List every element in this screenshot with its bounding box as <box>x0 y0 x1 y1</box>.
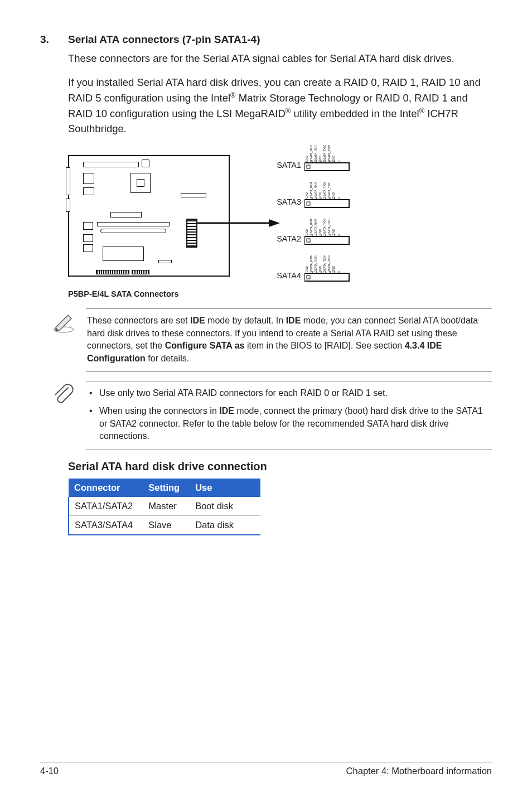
table-row: SATA3/SATA4 Slave Data disk <box>69 515 260 535</box>
svg-text:RSATA_TXP2: RSATA_TXP2 <box>327 182 331 199</box>
svg-text:RSATA_RXP4: RSATA_RXP4 <box>314 255 317 272</box>
th-connector: Connector <box>69 479 143 497</box>
cell: SATA3/SATA4 <box>69 515 143 535</box>
chapter-label: Chapter 4: Motherboard information <box>346 766 492 776</box>
clip-bullet-1: Use only two Serial ATA RAID connectors … <box>87 387 491 399</box>
note-pencil: These connectors are set IDE mode by def… <box>51 308 492 372</box>
cell: Data disk <box>190 515 260 535</box>
svg-text:RSATA_TXN3: RSATA_TXN3 <box>323 219 326 235</box>
sata-connection-table: Connector Setting Use SATA1/SATA2 Master… <box>68 479 260 535</box>
svg-rect-41 <box>304 236 349 244</box>
t: mode by default. In <box>205 316 286 325</box>
sata-connector-icon: GND RSATA_RXN4 RSATA_RXP4 GND RSATA_TXN4… <box>304 255 369 282</box>
svg-text:RSATA_RXP2: RSATA_RXP2 <box>314 182 317 199</box>
t: for details. <box>146 354 189 363</box>
svg-rect-57 <box>304 273 349 281</box>
paperclip-icon <box>51 382 76 407</box>
svg-text:RSATA_RXN1: RSATA_RXN1 <box>309 145 313 162</box>
motherboard-diagram: SATA1 GND RSATA_RXN1 RSATA_RXP1 GND RSAT… <box>68 145 375 298</box>
cell: Master <box>143 497 190 516</box>
th-use: Use <box>190 479 260 497</box>
reg-mark: ® <box>419 107 425 115</box>
svg-text:RSATA_RXN2: RSATA_RXN2 <box>309 182 313 199</box>
clip-bullet-2: When using the connectors in IDE mode, c… <box>87 405 491 442</box>
table-row: SATA1/SATA2 Master Boot disk <box>69 497 260 516</box>
th-setting: Setting <box>143 479 190 497</box>
paragraph-1: These connectors are for the Serial ATA … <box>68 51 492 66</box>
page-footer: 4-10 Chapter 4: Motherboard information <box>40 762 492 776</box>
svg-text:RSATA_RXP1: RSATA_RXP1 <box>314 145 317 162</box>
cell: Boot disk <box>190 497 260 516</box>
note-pencil-text: These connectors are set IDE mode by def… <box>86 308 492 372</box>
svg-rect-58 <box>307 276 310 279</box>
table-title: Serial ATA hard disk drive connection <box>68 460 492 473</box>
sata-connector-icon: GND RSATA_RXN2 RSATA_RXP2 GND RSATA_TXN2… <box>304 182 369 209</box>
svg-rect-10 <box>307 165 310 168</box>
svg-text:RSATA_TXN1: RSATA_TXN1 <box>323 145 326 162</box>
svg-text:RSATA_TXN4: RSATA_TXN4 <box>323 255 326 272</box>
t: IDE <box>286 316 301 325</box>
svg-rect-42 <box>307 239 310 242</box>
svg-rect-26 <box>307 202 310 205</box>
svg-rect-9 <box>304 163 349 171</box>
paragraph-2: If you installed Serial ATA hard disk dr… <box>68 75 492 137</box>
sata-connector-icon: GND RSATA_RXN3 RSATA_RXP3 GND RSATA_TXN3… <box>304 219 369 245</box>
sata2-label: SATA2 <box>274 234 301 243</box>
cell: SATA1/SATA2 <box>69 497 143 516</box>
sata4-label: SATA4 <box>274 271 301 280</box>
svg-text:RSATA_RXN3: RSATA_RXN3 <box>309 219 313 235</box>
reg-mark: ® <box>286 107 291 115</box>
t: IDE <box>190 316 205 325</box>
t: IDE <box>219 406 234 416</box>
note-clip-text: Use only two Serial ATA RAID connectors … <box>86 381 492 450</box>
pencil-icon <box>51 310 76 334</box>
t: item in the BIOS to [RAID]. See section <box>244 341 404 350</box>
svg-text:RSATA_TXP4: RSATA_TXP4 <box>327 255 331 272</box>
note-clip: Use only two Serial ATA RAID connectors … <box>51 381 492 450</box>
sata-connector-stack: SATA1 GND RSATA_RXN1 RSATA_RXP1 GND RSAT… <box>274 145 369 292</box>
svg-text:RSATA_RXN4: RSATA_RXN4 <box>309 255 313 272</box>
t: Configure SATA as <box>165 341 245 350</box>
svg-text:RSATA_TXP3: RSATA_TXP3 <box>327 219 331 235</box>
arrow-icon <box>197 218 281 240</box>
sata1-label: SATA1 <box>274 161 301 170</box>
svg-text:GND: GND <box>305 229 308 236</box>
svg-marker-67 <box>56 315 71 331</box>
section-title: Serial ATA connectors (7-pin SATA1-4) <box>68 33 260 46</box>
svg-text:RSATA_TXN2: RSATA_TXN2 <box>323 182 326 199</box>
svg-text:GND: GND <box>305 266 308 273</box>
svg-rect-25 <box>304 200 349 207</box>
cell: Slave <box>143 515 190 535</box>
t: When using the connectors in <box>99 406 219 416</box>
motherboard-outline <box>68 155 230 277</box>
page-number: 4-10 <box>40 766 59 776</box>
svg-text:RSATA_TXP1: RSATA_TXP1 <box>327 145 331 162</box>
p2-part-c: utility embedded in the Intel <box>291 108 419 119</box>
svg-text:RSATA_RXP3: RSATA_RXP3 <box>314 219 317 235</box>
reg-mark: ® <box>230 91 236 99</box>
sata-connector-icon: GND RSATA_RXN1 RSATA_RXP1 GND RSATA_TXN1… <box>304 145 369 172</box>
section-number: 3. <box>40 33 52 46</box>
t: These connectors are set <box>87 316 190 325</box>
svg-text:GND: GND <box>305 192 308 199</box>
diagram-caption: P5BP-E/4L SATA Connectors <box>68 289 178 298</box>
svg-text:GND: GND <box>305 156 308 162</box>
sata3-label: SATA3 <box>274 197 301 206</box>
